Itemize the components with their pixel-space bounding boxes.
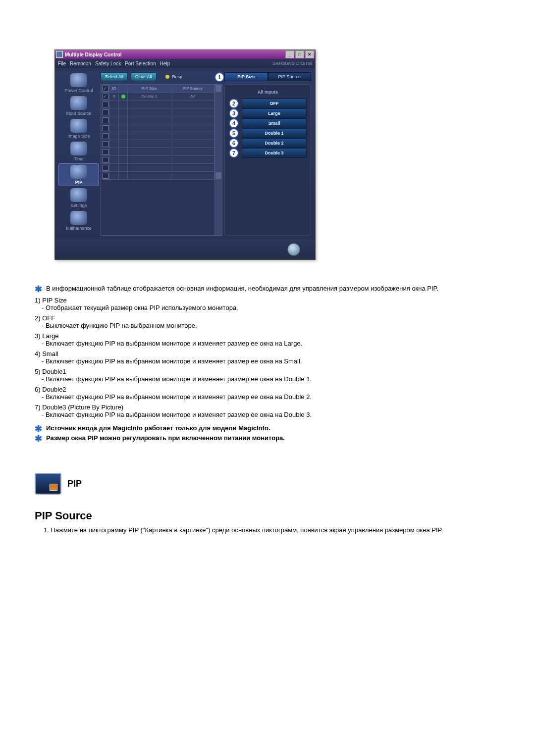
nav-settings[interactable]: Settings [59, 187, 99, 209]
menu-port-selection[interactable]: Port Selection [125, 61, 156, 66]
row-checkbox[interactable] [103, 165, 108, 171]
cell-id [110, 132, 119, 140]
table-row[interactable] [101, 116, 214, 124]
menu-safety-lock[interactable]: Safety Lock [95, 61, 121, 66]
list-item-title: 1) PIP Size [35, 297, 505, 304]
table-row[interactable] [101, 101, 214, 108]
cell-pip-size [128, 101, 171, 108]
row-checkbox[interactable] [103, 173, 108, 179]
cell-id [110, 108, 119, 116]
nav-time[interactable]: Time [59, 141, 99, 162]
center-area: Select All Clear All Busy ID PIP Size PI… [101, 72, 222, 236]
row-checkbox[interactable] [103, 117, 108, 123]
table-row[interactable] [101, 132, 214, 140]
cell-pip-source: AV [171, 93, 215, 101]
nav-maintenance[interactable]: Maintenance [59, 210, 99, 232]
list-item: 3) Large- Включает функцию PIP на выбран… [35, 332, 505, 347]
callout-5: 5 [229, 128, 239, 138]
row-checkbox[interactable] [103, 109, 108, 115]
close-button[interactable]: ✕ [305, 50, 314, 58]
menu-remocon[interactable]: Remocon [70, 61, 91, 66]
pip-option-button[interactable]: OFF [242, 99, 307, 108]
row-checkbox[interactable] [103, 157, 108, 163]
pip-option-button[interactable]: Large [242, 108, 307, 118]
status-dot-icon [121, 95, 125, 99]
note-magicinfo: ✱ Источник ввода для MagicInfo работает … [35, 424, 505, 433]
list-item-title: 3) Large [35, 332, 505, 340]
cell-id [110, 140, 119, 148]
col-pip-source[interactable]: PIP Source [171, 85, 215, 93]
table-row[interactable] [101, 148, 214, 156]
row-checkbox[interactable] [103, 133, 108, 139]
clear-all-button[interactable]: Clear All [131, 72, 157, 81]
table-row[interactable] [101, 172, 214, 180]
pip-option-button[interactable]: Small [242, 118, 307, 128]
tab-pip-size[interactable]: PIP Size [224, 72, 268, 81]
pip-option-button[interactable]: Double 1 [242, 128, 307, 138]
status-strip [55, 240, 315, 259]
row-checkbox[interactable] [103, 149, 108, 155]
power-icon [70, 73, 87, 87]
right-body: All Inputs 2OFF3Large4Small5Double 16Dou… [224, 84, 311, 236]
scroll-down-icon[interactable] [215, 172, 222, 180]
cell-status [119, 108, 128, 116]
table-row[interactable] [101, 164, 214, 172]
scrollbar[interactable] [214, 85, 222, 235]
row-checkbox[interactable] [103, 94, 108, 100]
cell-pip-source [171, 164, 215, 172]
input-icon [70, 96, 87, 110]
menubar: File Remocon Safety Lock Port Selection … [55, 59, 315, 68]
cell-status [119, 132, 128, 140]
cell-id [110, 164, 119, 172]
titlebar[interactable]: Multiple Display Control _ □ ✕ [55, 50, 315, 59]
cell-status [119, 148, 128, 156]
menu-help[interactable]: Help [160, 61, 170, 66]
nav-label: Settings [59, 203, 99, 208]
star-icon: ✱ [35, 285, 42, 294]
table-row[interactable]: 0Double 1AV [101, 93, 214, 101]
col-pip-size[interactable]: PIP Size [128, 85, 171, 93]
settings-icon [70, 188, 87, 202]
cell-id: 0 [110, 93, 119, 101]
nav-label: Maintenance [59, 226, 99, 231]
cell-pip-source [171, 156, 215, 164]
col-status[interactable] [119, 85, 128, 93]
scroll-up-icon[interactable] [215, 85, 222, 93]
table-toolbar: Select All Clear All Busy [101, 72, 222, 81]
callout-6: 6 [229, 138, 239, 148]
pip-option-row: 6Double 2 [229, 138, 307, 148]
list-item-title: 2) OFF [35, 314, 505, 322]
select-all-button[interactable]: Select All [101, 72, 128, 81]
row-checkbox[interactable] [103, 101, 108, 107]
row-checkbox[interactable] [103, 141, 108, 147]
cell-pip-source [171, 116, 215, 124]
menu-file[interactable]: File [58, 61, 66, 66]
minimize-button[interactable]: _ [285, 50, 294, 58]
cell-pip-size [128, 148, 171, 156]
cell-pip-size [128, 156, 171, 164]
nav-power-control[interactable]: Power Control [59, 72, 99, 94]
col-check[interactable] [101, 85, 110, 93]
row-checkbox[interactable] [103, 125, 108, 131]
nav-pip[interactable]: PIP [58, 163, 99, 186]
cell-status [119, 124, 128, 132]
callout-1: 1 [214, 72, 224, 82]
note1-text: Источник ввода для MagicInfo работает то… [46, 424, 270, 432]
table-row[interactable] [101, 156, 214, 164]
col-id[interactable]: ID [110, 85, 119, 93]
table-row[interactable] [101, 140, 214, 148]
list-item-desc: - Включает функцию PIP на выбранном мони… [35, 375, 505, 383]
pip-option-button[interactable]: Double 2 [242, 138, 307, 148]
pip-option-button[interactable]: Double 3 [242, 148, 307, 158]
cell-pip-size [128, 124, 171, 132]
nav-image-size[interactable]: Image Size [59, 118, 99, 140]
table-row[interactable] [101, 108, 214, 116]
table-row[interactable] [101, 124, 214, 132]
list-item: 6) Double2- Включает функцию PIP на выбр… [35, 386, 505, 401]
nav-label: Image Size [59, 134, 99, 139]
tab-pip-source[interactable]: PIP Source [268, 72, 312, 81]
nav-label: Power Control [59, 88, 99, 93]
cell-pip-size [128, 116, 171, 124]
maximize-button[interactable]: □ [295, 50, 304, 58]
nav-input-source[interactable]: Input Source [59, 95, 99, 117]
